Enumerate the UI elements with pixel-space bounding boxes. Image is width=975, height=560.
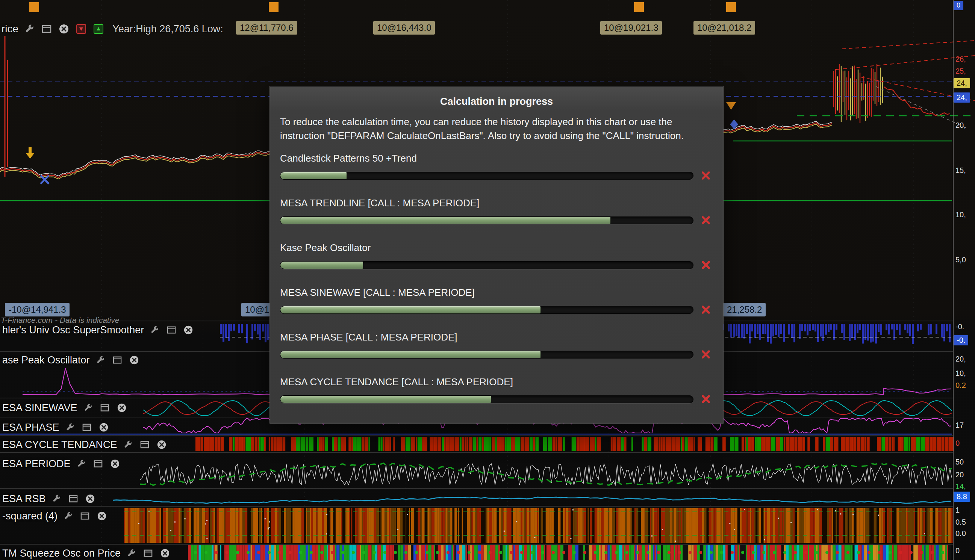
indicator-row: ESA PHASE: [2, 420, 110, 434]
indicator-label: TM Squeeze Osc on Price: [2, 548, 121, 559]
order-label-chip[interactable]: 10@1: [241, 303, 270, 317]
progress-label: Kase Peak Oscillator: [280, 242, 713, 254]
indicator-row: ESA PERIODE: [2, 457, 122, 470]
progress-label: Candlestick Patterns 50 +Trend: [280, 153, 713, 164]
window-icon[interactable]: [111, 354, 124, 367]
close-icon[interactable]: [182, 323, 195, 337]
axis-label: 0: [955, 547, 960, 555]
window-icon[interactable]: [138, 438, 151, 451]
progress-bar: [280, 172, 693, 180]
chart-workspace: rice Year:High 26,705.6 Low: 12@11,770.6…: [0, 0, 975, 560]
settings-wrench-icon[interactable]: [50, 492, 63, 505]
order-label-chip[interactable]: 10@19,021.3: [600, 21, 662, 35]
progress-bar: [280, 351, 693, 358]
order-label-chip[interactable]: 12@11,770.6: [236, 21, 297, 35]
dialog-message: To reduce the calculation time, you can …: [280, 115, 713, 143]
close-icon[interactable]: [97, 421, 110, 434]
indicator-label: ESA PERIODE: [2, 458, 71, 470]
axis-label: 0: [955, 439, 960, 448]
close-icon[interactable]: [128, 354, 140, 367]
order-label-chip[interactable]: -10@14,941.3: [5, 303, 70, 317]
indicator-label: hler's Univ Osc SuperSmoother: [2, 324, 144, 336]
cancel-x-icon: [701, 171, 711, 180]
axis-label: 15,: [955, 166, 966, 175]
settings-wrench-icon[interactable]: [125, 547, 138, 560]
axis-label: 8.8: [953, 492, 970, 502]
price-panel-toolbar: rice Year:High 26,705.6 Low:: [2, 21, 223, 37]
window-icon[interactable]: [40, 23, 53, 35]
settings-wrench-icon[interactable]: [23, 23, 36, 35]
axis-label: 17: [955, 421, 964, 430]
close-icon[interactable]: [58, 23, 70, 35]
axis-label: 50: [955, 458, 964, 467]
settings-wrench-icon[interactable]: [122, 438, 134, 451]
window-icon[interactable]: [165, 323, 178, 337]
progress-bar: [280, 306, 693, 314]
close-icon[interactable]: [108, 457, 122, 470]
calc-entry: MESA PHASE [CALL : MESA PERIODE]: [280, 332, 713, 360]
axis-label: 0.5: [955, 518, 966, 527]
close-icon[interactable]: [158, 547, 172, 560]
close-icon[interactable]: [95, 510, 108, 522]
progress-label: MESA TRENDLINE [CALL : MESA PERIODE]: [280, 197, 713, 209]
indicator-label: ESA SINEWAVE: [2, 402, 77, 414]
order-label-chip[interactable]: 10@21,018.2: [693, 21, 755, 35]
axis-label: 26,: [955, 55, 966, 63]
indicator-label: ESA RSB: [2, 493, 46, 505]
settings-wrench-icon[interactable]: [148, 323, 161, 337]
axis-label: 1: [955, 506, 960, 515]
window-icon[interactable]: [142, 547, 155, 560]
axis-label: 0.0: [955, 529, 966, 538]
axis-label: 20: [955, 470, 964, 479]
settings-wrench-icon[interactable]: [63, 421, 76, 434]
calc-entry: Kase Peak Oscillator: [280, 242, 713, 271]
progress-label: MESA CYCLE TENDANCE [CALL : MESA PERIODE…: [280, 376, 713, 388]
close-icon[interactable]: [84, 492, 97, 505]
axis-label: 24,: [953, 92, 970, 103]
indicator-row: hler's Univ Osc SuperSmoother: [2, 323, 195, 337]
order-label-chip[interactable]: 21,258.2: [723, 303, 766, 317]
axis-label: 25,: [955, 67, 966, 75]
axis-label: 10,: [955, 369, 966, 378]
cancel-x-icon: [701, 394, 711, 404]
settings-wrench-icon[interactable]: [62, 510, 74, 522]
settings-wrench-icon[interactable]: [94, 354, 107, 367]
calculation-dialog: Calculation in progress To reduce the ca…: [270, 87, 723, 423]
settings-wrench-icon[interactable]: [75, 457, 88, 470]
window-icon[interactable]: [78, 510, 91, 522]
indicator-row: ase Peak Oscillator: [2, 353, 140, 367]
price-panel-title: rice: [2, 23, 18, 35]
indicator-row: ESA RSB: [2, 492, 97, 505]
order-label-chip[interactable]: 10@16,443.0: [373, 21, 435, 35]
indicator-row: ESA CYCLE TENDANCE: [2, 438, 168, 452]
calc-entry: Candlestick Patterns 50 +Trend: [280, 153, 713, 182]
window-icon[interactable]: [92, 457, 105, 470]
cancel-calculation-button[interactable]: [699, 304, 713, 316]
cancel-calculation-button[interactable]: [699, 170, 713, 182]
progress-label: MESA PHASE [CALL : MESA PERIODE]: [280, 332, 713, 343]
cancel-calculation-button[interactable]: [699, 393, 713, 405]
cancel-calculation-button[interactable]: [699, 214, 713, 226]
axis-label: 0.2: [955, 381, 966, 390]
calc-entry: MESA TRENDLINE [CALL : MESA PERIODE]: [280, 197, 713, 226]
axis-label: -0.: [953, 335, 968, 345]
close-icon[interactable]: [155, 438, 168, 451]
indicator-row: -squared (4): [2, 509, 108, 523]
window-icon[interactable]: [67, 492, 80, 505]
progress-bar: [280, 395, 693, 403]
window-icon[interactable]: [98, 402, 111, 414]
buy-arrow-icon[interactable]: [92, 23, 105, 35]
axis-label: 0: [953, 1, 963, 10]
cancel-calculation-button[interactable]: [699, 348, 713, 360]
close-icon[interactable]: [115, 402, 128, 414]
progress-label: MESA SINEWAVE [CALL : MESA PERIODE]: [280, 287, 713, 298]
axis-label: 20,: [955, 355, 966, 363]
indicator-row: ESA SINEWAVE: [2, 401, 128, 415]
indicator-label: ESA CYCLE TENDANCE: [2, 439, 117, 451]
dialog-title: Calculation in progress: [280, 96, 713, 107]
sell-arrow-icon[interactable]: [75, 23, 88, 35]
cancel-calculation-button[interactable]: [699, 259, 713, 271]
window-icon[interactable]: [80, 421, 93, 434]
settings-wrench-icon[interactable]: [82, 402, 94, 414]
indicator-label: ase Peak Oscillator: [2, 354, 90, 366]
